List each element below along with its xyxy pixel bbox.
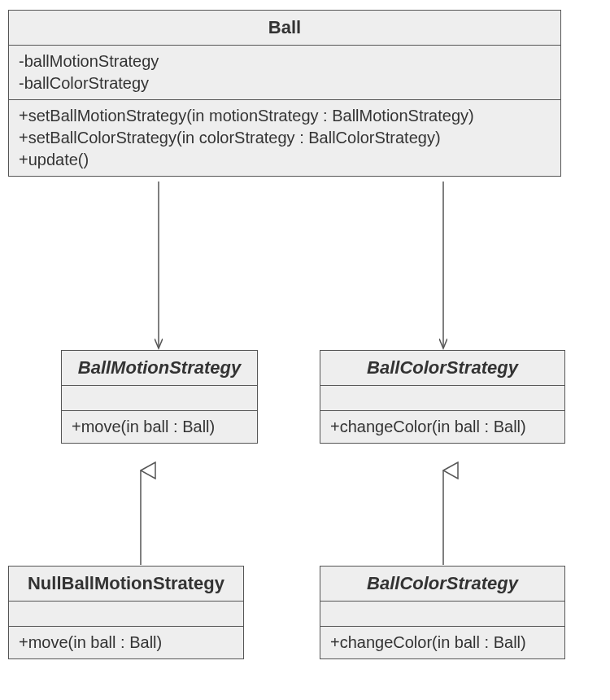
class-motion-strategy-name: BallMotionStrategy	[62, 351, 257, 386]
op-row: +move(in ball : Ball)	[72, 416, 247, 438]
class-null-motion-strategy-name: NullBallMotionStrategy	[9, 567, 243, 602]
op-row: +move(in ball : Ball)	[19, 632, 233, 654]
attr-row: -ballMotionStrategy	[19, 50, 551, 72]
class-ball-ops: +setBallMotionStrategy(in motionStrategy…	[9, 100, 560, 176]
op-row: +changeColor(in ball : Ball)	[330, 632, 555, 654]
class-null-motion-strategy: NullBallMotionStrategy +move(in ball : B…	[8, 566, 244, 659]
class-ball-attrs: -ballMotionStrategy -ballColorStrategy	[9, 46, 560, 100]
op-row: +setBallMotionStrategy(in motionStrategy…	[19, 105, 551, 127]
class-ball: Ball -ballMotionStrategy -ballColorStrat…	[8, 10, 561, 177]
class-color-strategy-name: BallColorStrategy	[320, 351, 564, 386]
class-null-motion-strategy-attrs	[9, 602, 243, 627]
class-color-strategy-ops: +changeColor(in ball : Ball)	[320, 411, 564, 443]
class-color-strategy-attrs	[320, 386, 564, 411]
class-color-strategy-sub-name: BallColorStrategy	[320, 567, 564, 602]
class-color-strategy-sub: BallColorStrategy +changeColor(in ball :…	[320, 566, 565, 659]
op-row: +update()	[19, 149, 551, 171]
op-row: +setBallColorStrategy(in colorStrategy :…	[19, 127, 551, 149]
class-null-motion-strategy-ops: +move(in ball : Ball)	[9, 627, 243, 658]
attr-row: -ballColorStrategy	[19, 72, 551, 94]
op-row: +changeColor(in ball : Ball)	[330, 416, 555, 438]
class-color-strategy-sub-attrs	[320, 602, 564, 627]
class-ball-name: Ball	[9, 11, 560, 46]
class-motion-strategy-ops: +move(in ball : Ball)	[62, 411, 257, 443]
class-color-strategy-sub-ops: +changeColor(in ball : Ball)	[320, 627, 564, 658]
class-motion-strategy: BallMotionStrategy +move(in ball : Ball)	[61, 350, 258, 444]
class-color-strategy: BallColorStrategy +changeColor(in ball :…	[320, 350, 565, 444]
class-motion-strategy-attrs	[62, 386, 257, 411]
